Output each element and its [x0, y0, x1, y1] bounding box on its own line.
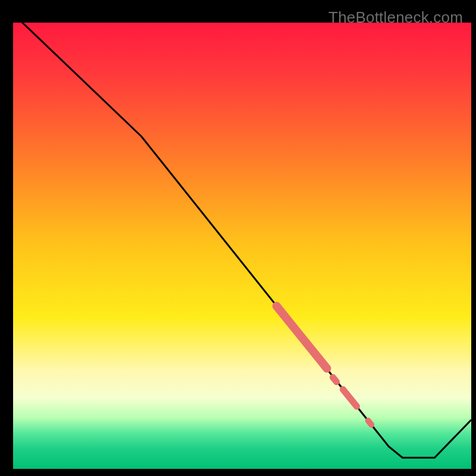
chart-svg — [13, 23, 471, 469]
gradient-background — [13, 23, 471, 469]
chart-frame: TheBottleneck.com — [5, 5, 471, 471]
chart-plot-area — [13, 23, 471, 469]
highlight-segment — [333, 377, 336, 382]
highlight-segment — [368, 421, 371, 425]
